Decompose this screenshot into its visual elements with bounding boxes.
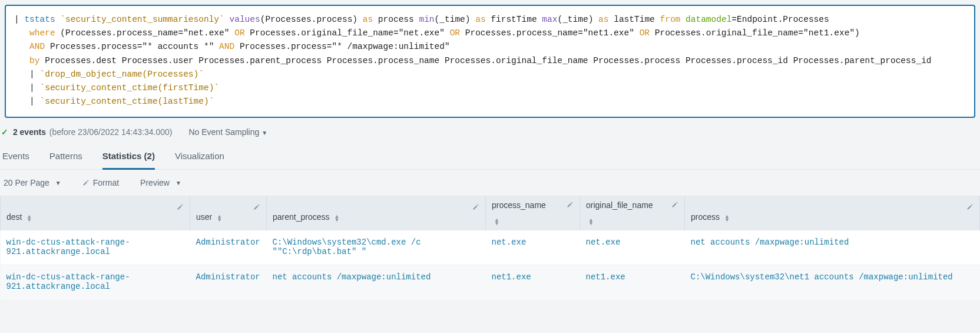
event-sampling-dropdown[interactable]: No Event Sampling▼ (188, 127, 267, 137)
search-query-box[interactable]: | tstats `security_content_summariesonly… (5, 5, 975, 118)
pencil-icon[interactable] (177, 203, 184, 212)
event-count: 2 events (13, 127, 46, 137)
chevron-down-icon: ▼ (261, 130, 267, 136)
where-kw: where (29, 28, 55, 38)
and-1: AND (29, 42, 45, 51)
col-user-label: user (196, 212, 212, 222)
col-header-process-name[interactable]: process_name ▲▼ (486, 196, 580, 230)
format-button[interactable]: Format (82, 178, 119, 187)
from-kw: from (660, 15, 681, 24)
sort-icon: ▲▼ (217, 215, 222, 222)
macro-ctime-first: `security_content_ctime(firstTime)` (40, 83, 220, 93)
cond-1c: Processes.process_name="net1.exe" (465, 28, 634, 38)
col-header-dest[interactable]: dest ▲▼ (1, 196, 190, 230)
col-dest-label: dest (6, 212, 22, 222)
cond-3: Processes.process="* /maxpwage:unlimited… (240, 42, 450, 51)
cell-process[interactable]: C:\Windows\system32\net1 accounts /maxpw… (685, 265, 980, 300)
alias-first: firstTime (491, 15, 537, 24)
pipe-2: | (29, 70, 35, 79)
per-page-label: 20 Per Page (4, 178, 49, 187)
col-process-label: process (691, 212, 720, 222)
col-orig-name-label: original_file_name (586, 200, 653, 210)
col-header-parent-process[interactable]: parent_process ▲▼ (267, 196, 486, 230)
cond-1b: Processes.original_file_name="net.exe" (250, 28, 445, 38)
cell-parent-process[interactable]: net accounts /maxpwage:unlimited (267, 265, 486, 300)
tstats-cmd: tstats (24, 15, 55, 24)
as-kw-1: as (363, 15, 373, 24)
chevron-down-icon: ▼ (55, 180, 61, 186)
per-page-dropdown[interactable]: 20 Per Page▼ (4, 178, 61, 187)
or-3: OR (640, 28, 650, 38)
event-count-wrap[interactable]: ✓ 2 events (before 23/06/2022 14:43:34.0… (1, 127, 172, 137)
cell-user[interactable]: Administrator (190, 265, 267, 300)
pencil-icon (82, 179, 90, 186)
cell-user[interactable]: Administrator (190, 230, 267, 265)
values-arg: (Processes.process) (260, 15, 357, 24)
tab-statistics[interactable]: Statistics (2) (102, 146, 155, 170)
values-func: values (229, 15, 260, 24)
chevron-down-icon: ▼ (176, 180, 181, 186)
check-icon: ✓ (1, 127, 8, 137)
as-kw-3: as (598, 15, 608, 24)
col-header-original-file-name[interactable]: original_file_name ▲▼ (580, 196, 685, 230)
min-func: min (419, 15, 434, 24)
cond-2: Processes.process="* accounts *" (50, 42, 214, 51)
pencil-icon[interactable] (567, 200, 574, 210)
sort-icon: ▲▼ (334, 215, 339, 222)
event-sampling-label: No Event Sampling (188, 127, 259, 137)
pipe-4: | (29, 97, 35, 106)
min-arg: (_time) (435, 15, 471, 24)
cell-original-file-name[interactable]: net.exe (580, 230, 685, 265)
cell-dest[interactable]: win-dc-ctus-attack-range-921.attackrange… (1, 230, 190, 265)
sort-icon: ▲▼ (494, 218, 499, 225)
max-arg: (_time) (557, 15, 593, 24)
macro-summariesonly: `security_content_summariesonly` (60, 15, 224, 24)
or-1: OR (234, 28, 244, 38)
by-fields: Processes.dest Processes.user Processes.… (45, 56, 931, 65)
and-2: AND (219, 42, 234, 51)
results-toolbar: 20 Per Page▼ Format Preview▼ (0, 170, 980, 196)
pencil-icon[interactable] (472, 203, 479, 212)
sort-icon: ▲▼ (27, 215, 32, 222)
by-kw: by (29, 56, 39, 65)
cond-1d: Processes.original_file_name="net1.exe") (655, 28, 860, 38)
alias-last: lastTime (614, 15, 655, 24)
macro-drop: `drop_dm_object_name(Processes)` (40, 70, 204, 79)
max-func: max (542, 15, 557, 24)
alias-process: process (378, 15, 414, 24)
datamodel-val: =Endpoint.Processes (731, 15, 829, 24)
pipe-3: | (29, 83, 35, 93)
cell-original-file-name[interactable]: net1.exe (580, 265, 685, 300)
cell-process[interactable]: net accounts /maxpwage:unlimited (685, 230, 980, 265)
format-label: Format (93, 178, 119, 187)
as-kw-2: as (475, 15, 485, 24)
pencil-icon[interactable] (253, 203, 260, 212)
tab-events[interactable]: Events (2, 146, 29, 169)
sort-icon: ▲▼ (724, 215, 730, 222)
table-row: win-dc-ctus-attack-range-921.attackrange… (1, 230, 980, 265)
event-time-range: (before 23/06/2022 14:43:34.000) (49, 127, 173, 137)
results-table: dest ▲▼ user ▲▼ parent_process ▲▼ proces… (0, 196, 980, 299)
tab-visualization[interactable]: Visualization (175, 146, 224, 169)
col-parent-label: parent_process (273, 212, 330, 222)
pencil-icon[interactable] (966, 203, 974, 212)
pencil-icon[interactable] (671, 200, 678, 210)
cell-parent-process[interactable]: C:\Windows\system32\cmd.exe /c ""C:\rdp\… (267, 230, 486, 265)
macro-ctime-last: `security_content_ctime(lastTime)` (40, 97, 214, 106)
pipe-token: | (14, 15, 19, 24)
info-bar: ✓ 2 events (before 23/06/2022 14:43:34.0… (0, 123, 980, 141)
cell-process-name[interactable]: net.exe (486, 230, 580, 265)
cell-dest[interactable]: win-dc-ctus-attack-range-921.attackrange… (1, 265, 190, 300)
preview-dropdown[interactable]: Preview▼ (140, 178, 181, 187)
result-tabs: Events Patterns Statistics (2) Visualiza… (0, 141, 980, 170)
datamodel-kw: datamodel (686, 15, 731, 24)
tab-patterns[interactable]: Patterns (49, 146, 82, 169)
table-row: win-dc-ctus-attack-range-921.attackrange… (1, 265, 980, 300)
preview-label: Preview (140, 178, 170, 187)
cond-1a: (Processes.process_name="net.exe" (60, 28, 229, 38)
sort-icon: ▲▼ (588, 218, 594, 225)
or-2: OR (450, 28, 460, 38)
cell-process-name[interactable]: net1.exe (486, 265, 580, 300)
col-header-process[interactable]: process ▲▼ (685, 196, 980, 230)
col-header-user[interactable]: user ▲▼ (190, 196, 267, 230)
